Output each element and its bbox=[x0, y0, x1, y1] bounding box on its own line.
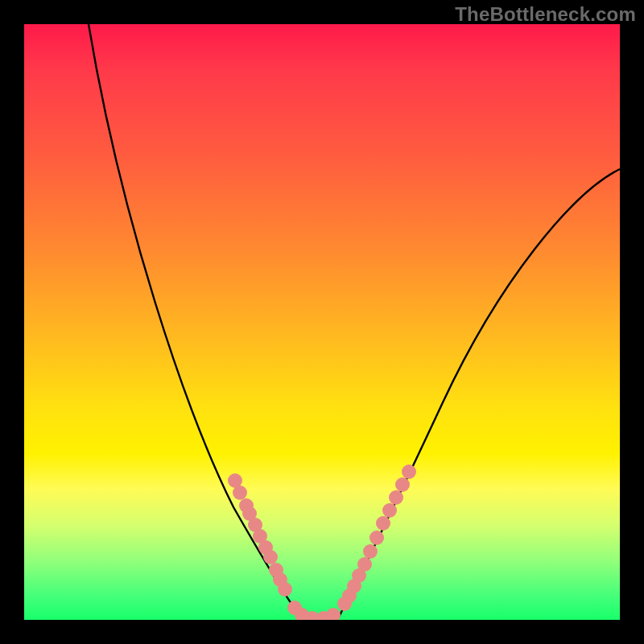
data-marker bbox=[395, 477, 410, 492]
data-marker bbox=[369, 530, 384, 545]
data-marker bbox=[278, 582, 292, 597]
data-marker bbox=[402, 464, 416, 479]
curve-layer bbox=[24, 24, 620, 620]
plot-area bbox=[24, 24, 620, 620]
data-marker bbox=[326, 608, 341, 620]
marker-group bbox=[228, 464, 416, 620]
chart-canvas: TheBottleneck.com bbox=[0, 0, 644, 644]
data-marker bbox=[357, 557, 372, 572]
data-marker bbox=[389, 490, 403, 505]
data-marker bbox=[363, 544, 378, 559]
curve-group bbox=[89, 24, 620, 620]
data-marker bbox=[233, 485, 247, 500]
data-marker bbox=[382, 503, 397, 518]
curve-left-curve bbox=[89, 24, 302, 618]
data-marker bbox=[263, 550, 278, 564]
watermark-text: TheBottleneck.com bbox=[455, 3, 636, 26]
data-marker bbox=[376, 516, 390, 530]
curve-right-curve bbox=[338, 169, 620, 618]
